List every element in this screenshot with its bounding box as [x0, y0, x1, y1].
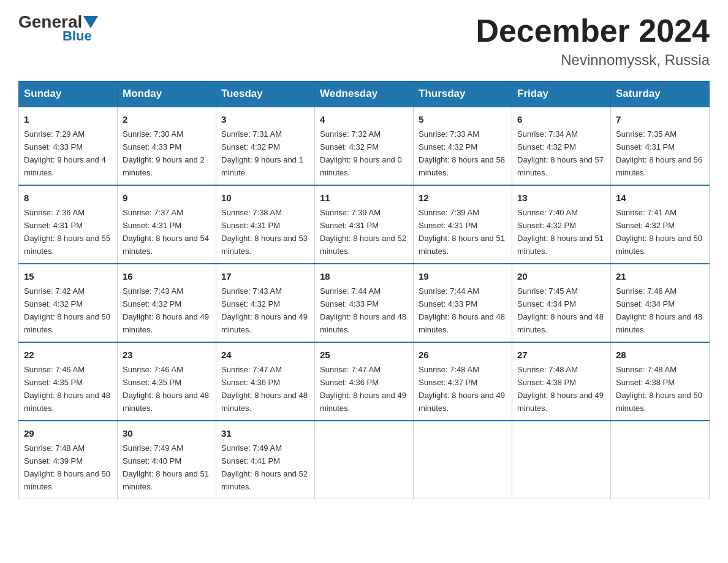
calendar-cell: 18 Sunrise: 7:44 AMSunset: 4:33 PMDaylig… — [315, 264, 414, 342]
day-number: 31 — [221, 426, 309, 440]
calendar-cell: 17 Sunrise: 7:43 AMSunset: 4:32 PMDaylig… — [216, 264, 315, 342]
day-header-friday: Friday — [512, 82, 611, 107]
day-number: 7 — [616, 112, 704, 126]
day-info: Sunrise: 7:49 AMSunset: 4:40 PMDaylight:… — [123, 443, 209, 491]
day-number: 30 — [123, 426, 211, 440]
day-info: Sunrise: 7:39 AMSunset: 4:31 PMDaylight:… — [419, 208, 505, 256]
calendar-cell: 1 Sunrise: 7:29 AMSunset: 4:33 PMDayligh… — [19, 107, 118, 185]
day-number: 24 — [221, 348, 309, 362]
day-info: Sunrise: 7:32 AMSunset: 4:32 PMDaylight:… — [320, 129, 402, 177]
day-info: Sunrise: 7:33 AMSunset: 4:32 PMDaylight:… — [419, 129, 505, 177]
day-info: Sunrise: 7:34 AMSunset: 4:32 PMDaylight:… — [517, 129, 604, 177]
calendar-cell: 7 Sunrise: 7:35 AMSunset: 4:31 PMDayligh… — [611, 107, 710, 185]
day-info: Sunrise: 7:46 AMSunset: 4:35 PMDaylight:… — [123, 365, 209, 413]
day-info: Sunrise: 7:36 AMSunset: 4:31 PMDaylight:… — [24, 208, 110, 256]
day-number: 22 — [24, 348, 112, 362]
calendar-cell: 25 Sunrise: 7:47 AMSunset: 4:36 PMDaylig… — [315, 342, 414, 421]
day-header-wednesday: Wednesday — [315, 82, 414, 107]
day-number: 28 — [616, 348, 704, 362]
day-header-saturday: Saturday — [611, 82, 710, 107]
calendar-cell: 16 Sunrise: 7:43 AMSunset: 4:32 PMDaylig… — [118, 264, 216, 342]
calendar-cell: 12 Sunrise: 7:39 AMSunset: 4:31 PMDaylig… — [414, 185, 512, 264]
day-number: 8 — [24, 191, 112, 205]
day-info: Sunrise: 7:43 AMSunset: 4:32 PMDaylight:… — [123, 286, 209, 334]
day-info: Sunrise: 7:39 AMSunset: 4:31 PMDaylight:… — [320, 208, 406, 256]
day-number: 26 — [419, 348, 507, 362]
day-info: Sunrise: 7:48 AMSunset: 4:38 PMDaylight:… — [616, 365, 702, 413]
day-info: Sunrise: 7:48 AMSunset: 4:38 PMDaylight:… — [517, 365, 604, 413]
day-number: 3 — [221, 112, 309, 126]
calendar-cell — [414, 421, 512, 499]
calendar-cell: 29 Sunrise: 7:48 AMSunset: 4:39 PMDaylig… — [19, 421, 118, 499]
calendar-cell: 20 Sunrise: 7:45 AMSunset: 4:34 PMDaylig… — [512, 264, 611, 342]
calendar-cell: 8 Sunrise: 7:36 AMSunset: 4:31 PMDayligh… — [19, 185, 118, 264]
day-info: Sunrise: 7:44 AMSunset: 4:33 PMDaylight:… — [320, 286, 406, 334]
day-number: 20 — [517, 269, 605, 283]
calendar-week-row: 8 Sunrise: 7:36 AMSunset: 4:31 PMDayligh… — [19, 185, 710, 264]
day-number: 19 — [419, 269, 507, 283]
day-number: 10 — [221, 191, 309, 205]
day-number: 5 — [419, 112, 507, 126]
calendar-cell: 4 Sunrise: 7:32 AMSunset: 4:32 PMDayligh… — [315, 107, 414, 185]
calendar-cell — [315, 421, 414, 499]
calendar-cell: 5 Sunrise: 7:33 AMSunset: 4:32 PMDayligh… — [414, 107, 512, 185]
calendar-cell: 22 Sunrise: 7:46 AMSunset: 4:35 PMDaylig… — [19, 342, 118, 421]
day-info: Sunrise: 7:46 AMSunset: 4:34 PMDaylight:… — [616, 286, 702, 334]
day-info: Sunrise: 7:43 AMSunset: 4:32 PMDaylight:… — [221, 286, 308, 334]
day-info: Sunrise: 7:31 AMSunset: 4:32 PMDaylight:… — [221, 129, 303, 177]
day-number: 4 — [320, 112, 408, 126]
day-header-tuesday: Tuesday — [216, 82, 315, 107]
logo: General Blue — [18, 12, 99, 44]
calendar-cell: 11 Sunrise: 7:39 AMSunset: 4:31 PMDaylig… — [315, 185, 414, 264]
day-number: 21 — [616, 269, 704, 283]
day-number: 11 — [320, 191, 408, 205]
day-number: 23 — [123, 348, 211, 362]
day-info: Sunrise: 7:41 AMSunset: 4:32 PMDaylight:… — [616, 208, 702, 256]
day-number: 14 — [616, 191, 704, 205]
calendar-cell: 14 Sunrise: 7:41 AMSunset: 4:32 PMDaylig… — [611, 185, 710, 264]
day-number: 29 — [24, 426, 112, 440]
day-info: Sunrise: 7:42 AMSunset: 4:32 PMDaylight:… — [24, 286, 110, 334]
day-info: Sunrise: 7:30 AMSunset: 4:33 PMDaylight:… — [123, 129, 205, 177]
calendar-cell: 13 Sunrise: 7:40 AMSunset: 4:32 PMDaylig… — [512, 185, 611, 264]
calendar-week-row: 22 Sunrise: 7:46 AMSunset: 4:35 PMDaylig… — [19, 342, 710, 421]
day-info: Sunrise: 7:48 AMSunset: 4:37 PMDaylight:… — [419, 365, 505, 413]
day-header-sunday: Sunday — [19, 82, 118, 107]
calendar-cell — [611, 421, 710, 499]
day-header-monday: Monday — [118, 82, 216, 107]
calendar-week-row: 1 Sunrise: 7:29 AMSunset: 4:33 PMDayligh… — [19, 107, 710, 185]
month-title: December 2024 — [476, 12, 710, 49]
day-info: Sunrise: 7:45 AMSunset: 4:34 PMDaylight:… — [517, 286, 604, 334]
day-info: Sunrise: 7:44 AMSunset: 4:33 PMDaylight:… — [419, 286, 505, 334]
day-info: Sunrise: 7:48 AMSunset: 4:39 PMDaylight:… — [24, 443, 110, 491]
calendar-cell: 6 Sunrise: 7:34 AMSunset: 4:32 PMDayligh… — [512, 107, 611, 185]
calendar-table: SundayMondayTuesdayWednesdayThursdayFrid… — [18, 81, 710, 499]
day-number: 18 — [320, 269, 408, 283]
calendar-cell: 9 Sunrise: 7:37 AMSunset: 4:31 PMDayligh… — [118, 185, 216, 264]
calendar-cell: 15 Sunrise: 7:42 AMSunset: 4:32 PMDaylig… — [19, 264, 118, 342]
day-info: Sunrise: 7:40 AMSunset: 4:32 PMDaylight:… — [517, 208, 604, 256]
day-info: Sunrise: 7:29 AMSunset: 4:33 PMDaylight:… — [24, 129, 106, 177]
day-number: 6 — [517, 112, 605, 126]
calendar-cell: 23 Sunrise: 7:46 AMSunset: 4:35 PMDaylig… — [118, 342, 216, 421]
day-number: 17 — [221, 269, 309, 283]
calendar-cell: 30 Sunrise: 7:49 AMSunset: 4:40 PMDaylig… — [118, 421, 216, 499]
day-number: 27 — [517, 348, 605, 362]
calendar-cell — [512, 421, 611, 499]
calendar-week-row: 15 Sunrise: 7:42 AMSunset: 4:32 PMDaylig… — [19, 264, 710, 342]
logo-blue-text: Blue — [63, 28, 92, 44]
day-number: 1 — [24, 112, 112, 126]
calendar-cell: 31 Sunrise: 7:49 AMSunset: 4:41 PMDaylig… — [216, 421, 315, 499]
calendar-cell: 28 Sunrise: 7:48 AMSunset: 4:38 PMDaylig… — [611, 342, 710, 421]
day-number: 25 — [320, 348, 408, 362]
day-info: Sunrise: 7:37 AMSunset: 4:31 PMDaylight:… — [123, 208, 209, 256]
page-header: General Blue December 2024 Nevinnomyssk,… — [18, 12, 710, 69]
location-title: Nevinnomyssk, Russia — [476, 52, 710, 69]
day-number: 15 — [24, 269, 112, 283]
day-info: Sunrise: 7:47 AMSunset: 4:36 PMDaylight:… — [320, 365, 406, 413]
calendar-header-row: SundayMondayTuesdayWednesdayThursdayFrid… — [19, 82, 710, 107]
calendar-cell: 10 Sunrise: 7:38 AMSunset: 4:31 PMDaylig… — [216, 185, 315, 264]
logo-triangle-icon — [83, 16, 98, 28]
day-number: 16 — [123, 269, 211, 283]
day-info: Sunrise: 7:47 AMSunset: 4:36 PMDaylight:… — [221, 365, 308, 413]
